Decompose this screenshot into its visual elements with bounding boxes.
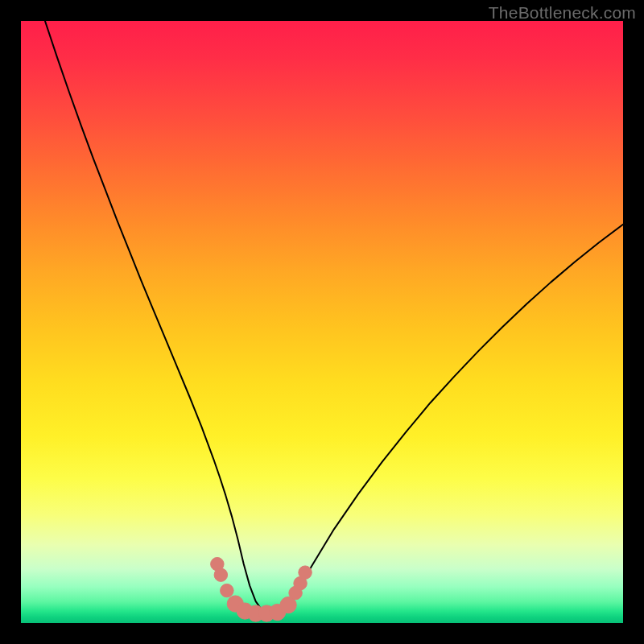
outer-frame: TheBottleneck.com [0, 0, 644, 644]
curve-markers [211, 557, 312, 621]
chart-svg [21, 21, 623, 623]
curve-marker [214, 568, 227, 581]
plot-area [21, 21, 623, 623]
watermark-text: TheBottleneck.com [489, 3, 636, 23]
curve-marker [299, 566, 312, 579]
bottleneck-curve [45, 21, 623, 613]
curve-marker [221, 584, 233, 597]
